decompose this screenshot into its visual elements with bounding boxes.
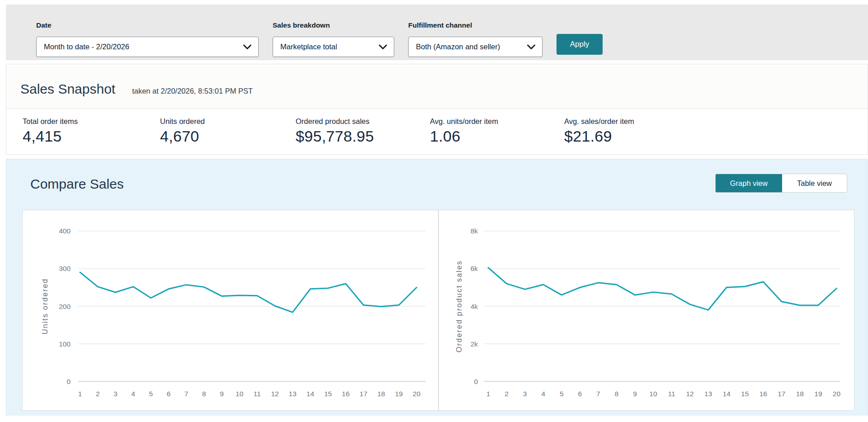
- x-tick-label: 3: [113, 390, 118, 398]
- x-tick-label: 17: [778, 390, 785, 398]
- y-tick-label: 2k: [470, 340, 478, 348]
- x-tick-label: 18: [377, 390, 385, 398]
- ordered-product-sales-chart: 02k4k6k8k1234567891011121314151617181920…: [439, 210, 854, 410]
- charts-row: 0100200300400123456789101112131415161718…: [22, 210, 854, 411]
- stat-units-ordered: Units ordered 4,670: [160, 117, 296, 145]
- fulfillment-channel-dropdown-value: Both (Amazon and seller): [416, 43, 500, 51]
- y-tick-label: 0: [66, 378, 71, 385]
- sales-snapshot-title: Sales Snapshot: [20, 81, 115, 97]
- x-tick-label: 1: [78, 390, 82, 398]
- y-axis-title: Units ordered: [41, 278, 49, 334]
- x-tick-label: 13: [704, 390, 712, 398]
- stat-label: Avg. sales/order item: [564, 117, 634, 126]
- x-tick-label: 9: [220, 390, 224, 398]
- stat-value: 4,415: [23, 127, 160, 145]
- y-tick-label: 0: [474, 378, 478, 385]
- x-tick-label: 19: [395, 390, 403, 398]
- fulfillment-channel-dropdown[interactable]: Both (Amazon and seller): [408, 37, 542, 57]
- units-ordered-chart: 0100200300400123456789101112131415161718…: [23, 210, 438, 410]
- stat-value: $21.69: [564, 127, 634, 145]
- x-tick-label: 18: [796, 390, 803, 398]
- stat-label: Total order items: [23, 117, 160, 126]
- y-tick-label: 6k: [470, 265, 478, 272]
- snapshot-stats-row: Total order items 4,415 Units ordered 4,…: [6, 109, 868, 154]
- y-tick-label: 8k: [470, 227, 478, 235]
- stat-avg-units-per-order-item: Avg. units/order item 1.06: [430, 117, 564, 145]
- compare-sales-title: Compare Sales: [30, 176, 124, 192]
- x-tick-label: 17: [359, 390, 367, 398]
- y-tick-label: 4k: [470, 303, 478, 310]
- sales-snapshot-card: Sales Snapshot taken at 2/20/2026, 8:53:…: [6, 64, 868, 155]
- sales-snapshot-header: Sales Snapshot taken at 2/20/2026, 8:53:…: [6, 64, 868, 109]
- fulfillment-channel-filter-group: Fulfillment channel Both (Amazon and sel…: [408, 21, 542, 57]
- stat-value: 4,670: [160, 127, 296, 145]
- compare-sales-section: Compare Sales Graph view Table view 0100…: [6, 159, 868, 416]
- x-tick-label: 14: [722, 390, 731, 398]
- x-tick-label: 9: [633, 390, 637, 398]
- stat-total-order-items: Total order items 4,415: [23, 117, 160, 145]
- y-tick-label: 400: [59, 227, 71, 235]
- y-tick-label: 300: [59, 265, 71, 272]
- x-tick-label: 10: [649, 390, 657, 398]
- x-tick-label: 12: [686, 390, 693, 398]
- stat-label: Avg. units/order item: [430, 117, 564, 126]
- stat-value: $95,778.95: [296, 127, 430, 145]
- x-tick-label: 13: [289, 390, 297, 398]
- stat-avg-sales-per-order-item: Avg. sales/order item $21.69: [564, 117, 634, 145]
- x-tick-label: 15: [324, 390, 332, 398]
- series-line: [488, 268, 836, 310]
- x-tick-label: 20: [832, 390, 840, 398]
- x-tick-label: 5: [149, 390, 153, 398]
- x-tick-label: 15: [741, 390, 749, 398]
- y-tick-label: 200: [59, 303, 71, 310]
- y-tick-label: 100: [59, 340, 71, 348]
- x-tick-label: 8: [202, 390, 206, 398]
- x-tick-label: 4: [541, 390, 545, 398]
- x-tick-label: 2: [96, 390, 100, 398]
- x-tick-label: 7: [184, 390, 189, 398]
- date-filter-group: Date Month to date - 2/20/2026: [36, 21, 259, 57]
- stat-label: Units ordered: [160, 117, 296, 126]
- x-tick-label: 11: [668, 390, 675, 398]
- compare-sales-header: Compare Sales Graph view Table view: [6, 159, 868, 193]
- x-tick-label: 16: [759, 390, 767, 398]
- x-tick-label: 5: [559, 390, 563, 398]
- apply-button[interactable]: Apply: [557, 34, 603, 55]
- stat-value: 1.06: [430, 127, 564, 145]
- x-tick-label: 2: [505, 390, 509, 398]
- x-tick-label: 20: [413, 390, 420, 398]
- filter-bar: Date Month to date - 2/20/2026 Sales bre…: [6, 5, 868, 60]
- ordered-product-sales-chart-card: 02k4k6k8k1234567891011121314151617181920…: [439, 210, 855, 411]
- stat-label: Ordered product sales: [296, 117, 430, 126]
- x-tick-label: 6: [167, 390, 171, 398]
- sales-breakdown-dropdown[interactable]: Marketplace total: [273, 37, 394, 57]
- x-tick-label: 12: [271, 390, 278, 398]
- table-view-button[interactable]: Table view: [782, 174, 847, 192]
- x-tick-label: 4: [131, 390, 135, 398]
- sales-breakdown-filter-group: Sales breakdown Marketplace total: [273, 21, 394, 57]
- units-ordered-chart-card: 0100200300400123456789101112131415161718…: [22, 210, 439, 411]
- chevron-down-icon: [243, 44, 252, 50]
- x-tick-label: 6: [578, 390, 582, 398]
- stat-ordered-product-sales: Ordered product sales $95,778.95: [296, 117, 430, 145]
- x-tick-label: 19: [814, 390, 822, 398]
- y-axis-title: Ordered product sales: [454, 260, 462, 352]
- date-filter-label: Date: [36, 21, 259, 29]
- x-tick-label: 8: [614, 390, 618, 398]
- date-dropdown[interactable]: Month to date - 2/20/2026: [36, 37, 259, 57]
- x-tick-label: 3: [523, 390, 527, 398]
- sales-breakdown-filter-label: Sales breakdown: [273, 21, 394, 29]
- view-toggle: Graph view Table view: [715, 174, 847, 193]
- chevron-down-icon: [378, 44, 387, 50]
- x-tick-label: 10: [236, 390, 243, 398]
- snapshot-timestamp: taken at 2/20/2026, 8:53:01 PM PST: [132, 87, 253, 95]
- fulfillment-channel-filter-label: Fulfillment channel: [408, 21, 542, 29]
- graph-view-button[interactable]: Graph view: [716, 174, 782, 192]
- x-tick-label: 11: [254, 390, 261, 398]
- sales-breakdown-dropdown-value: Marketplace total: [280, 43, 337, 51]
- x-tick-label: 14: [307, 390, 315, 398]
- x-tick-label: 1: [486, 390, 490, 398]
- x-tick-label: 16: [342, 390, 349, 398]
- date-dropdown-value: Month to date - 2/20/2026: [44, 43, 129, 51]
- x-tick-label: 7: [596, 390, 600, 398]
